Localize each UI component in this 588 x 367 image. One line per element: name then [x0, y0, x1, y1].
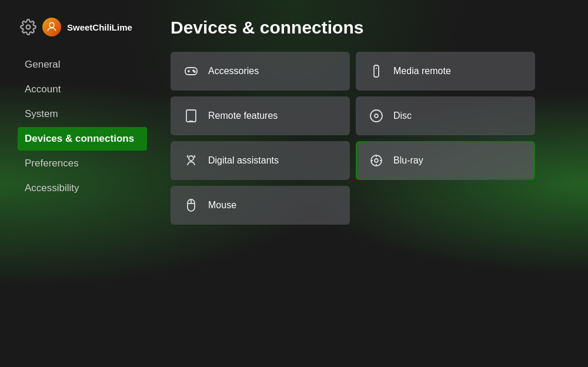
remote-icon: [369, 64, 384, 79]
mouse-label: Mouse: [208, 200, 236, 211]
sidebar-item-devices[interactable]: Devices & connections: [18, 127, 147, 151]
gamepad-icon: [183, 64, 199, 79]
blu-ray-label: Blu-ray: [393, 155, 423, 166]
disc-item[interactable]: Disc: [356, 96, 535, 135]
sidebar-item-system[interactable]: System: [18, 102, 147, 126]
screen-content: SweetChiliLime General Account System De…: [0, 0, 588, 367]
media-remote-item[interactable]: Media remote: [356, 52, 535, 91]
page-title: Devices & connections: [171, 18, 553, 38]
tablet-icon: [183, 108, 199, 124]
devices-grid: Accessories Media remote: [171, 52, 535, 225]
svg-point-11: [375, 114, 378, 118]
username: SweetChiliLime: [67, 22, 132, 32]
accessories-item[interactable]: Accessories: [171, 52, 350, 91]
bluray-icon: [369, 153, 384, 168]
avatar: [42, 18, 61, 36]
sidebar-item-preferences[interactable]: Preferences: [18, 152, 147, 175]
gear-icon: [20, 19, 36, 35]
digital-assistants-item[interactable]: Digital assistants: [171, 141, 350, 180]
svg-point-12: [189, 156, 193, 161]
svg-rect-6: [374, 65, 379, 77]
sidebar-item-general[interactable]: General: [18, 53, 147, 76]
blu-ray-item[interactable]: Blu-ray: [356, 141, 535, 180]
svg-rect-8: [186, 110, 196, 122]
svg-point-5: [194, 71, 195, 72]
mouse-item[interactable]: Mouse: [171, 186, 350, 225]
sidebar-item-account[interactable]: Account: [18, 78, 147, 101]
sidebar-item-accessibility[interactable]: Accessibility: [18, 176, 147, 200]
nav-menu: General Account System Devices & connect…: [18, 53, 147, 200]
remote-features-label: Remote features: [208, 111, 278, 121]
svg-point-0: [26, 25, 31, 29]
digital-assistants-label: Digital assistants: [208, 155, 279, 166]
mouse-icon: [183, 198, 199, 213]
main-content: Devices & connections Accessories: [147, 12, 570, 355]
sidebar: SweetChiliLime General Account System De…: [18, 12, 147, 355]
media-remote-label: Media remote: [393, 66, 451, 76]
disc-icon: [369, 108, 384, 124]
disc-label: Disc: [393, 111, 412, 121]
accessories-label: Accessories: [208, 66, 259, 76]
remote-features-item[interactable]: Remote features: [171, 96, 350, 135]
svg-point-14: [375, 159, 378, 162]
svg-point-10: [370, 110, 382, 122]
digital-assistant-icon: [183, 153, 199, 168]
user-section: SweetChiliLime: [18, 18, 147, 36]
